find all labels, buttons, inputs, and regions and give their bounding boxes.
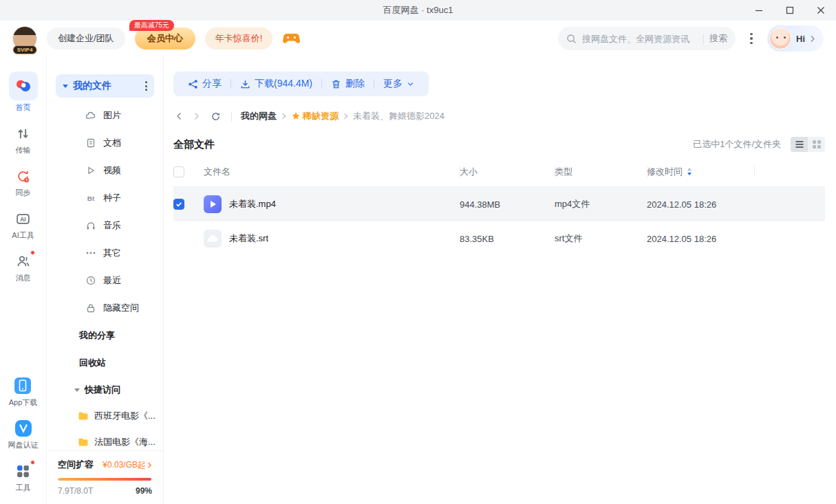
sidebar-item-recycle-bin[interactable]: 回收站: [47, 349, 163, 377]
file-time: 2024.12.05 18:26: [647, 199, 754, 210]
grid-view-button[interactable]: [808, 137, 825, 152]
column-header-size[interactable]: 大小: [460, 157, 555, 186]
torrent-icon: Bt: [85, 193, 96, 204]
sidebar-item-my-share[interactable]: 我的分享: [47, 322, 163, 349]
file-size: 83.35KB: [460, 234, 555, 244]
breadcrumb-root[interactable]: 我的网盘: [241, 110, 277, 122]
create-team-button[interactable]: 创建企业/团队: [47, 28, 125, 50]
download-icon: [240, 79, 250, 89]
file-type: srt文件: [555, 232, 647, 245]
breadcrumb-separator: [281, 113, 287, 120]
maximize-button[interactable]: [774, 0, 805, 21]
file-type: mp4文件: [555, 198, 647, 210]
sidebar-item-music[interactable]: 音乐: [47, 212, 163, 239]
rail-item-app-download[interactable]: App下载: [9, 376, 38, 408]
kebab-menu-icon[interactable]: [145, 81, 147, 91]
folder-icon: [78, 411, 89, 421]
storage-expand-button[interactable]: ¥0.03/GB起: [103, 459, 152, 471]
sidebar-item-hidden-space[interactable]: 隐藏空间: [47, 294, 163, 322]
sidebar-item-my-files[interactable]: 我的文件: [56, 74, 154, 98]
mini-avatar: [769, 28, 791, 50]
list-header: 全部文件 已选中1个文件/文件夹: [173, 135, 825, 154]
window-title: 百度网盘 · tx9uc1: [0, 4, 836, 17]
check-icon: [175, 201, 182, 208]
selection-info: 已选中1个文件/文件夹: [693, 138, 781, 151]
year-card-button[interactable]: 年卡惊喜价!: [205, 28, 273, 50]
subtitle-file-icon: [204, 230, 222, 248]
column-header-time[interactable]: 修改时间: [647, 157, 754, 186]
sidebar-section-quick-access[interactable]: 快捷访问: [47, 377, 163, 403]
column-header-name[interactable]: 文件名: [204, 157, 460, 186]
storage-progress-fill: [58, 478, 151, 481]
list-view-button[interactable]: [791, 137, 808, 152]
sidebar-item-images[interactable]: 图片: [47, 102, 163, 129]
rail-item-home[interactable]: 首页: [9, 72, 38, 113]
table-row[interactable]: 未着装.mp4 944.38MB mp4文件 2024.12.05 18:26: [173, 187, 825, 221]
file-size: 944.38MB: [460, 199, 555, 210]
vip-center-button[interactable]: 最高减75元 会员中心: [135, 28, 195, 50]
rail-item-tools[interactable]: 工具: [14, 461, 33, 493]
disk-verify-icon: [14, 419, 32, 437]
share-button[interactable]: 分享: [179, 72, 231, 96]
greeting-pill[interactable]: Hi: [767, 25, 824, 52]
file-name[interactable]: 未着装.srt: [229, 232, 268, 245]
app-window: 百度网盘 · tx9uc1 SVIP4 创建企业/团队 最高减75元 会员中心 …: [0, 0, 836, 504]
storage-progress: [58, 478, 152, 481]
back-button[interactable]: [173, 111, 184, 121]
storage-panel: 空间扩容 ¥0.03/GB起 7.9T/8.0T 99%: [47, 450, 163, 504]
video-file-icon: [204, 195, 222, 213]
search-input[interactable]: [582, 34, 698, 44]
row-checkbox-slot: [173, 221, 204, 256]
rail-item-transfer[interactable]: 传输: [14, 124, 33, 155]
game-center-icon[interactable]: [282, 33, 301, 45]
ai-tools-icon: AI: [16, 212, 30, 226]
file-name[interactable]: 未着装.mp4: [229, 198, 276, 210]
close-button[interactable]: [805, 0, 836, 21]
rail-item-sync[interactable]: 同步: [14, 166, 33, 198]
sidebar-item-recent[interactable]: 最近: [47, 267, 163, 294]
sidebar-item-videos[interactable]: 视频: [47, 157, 163, 184]
app-body: 首页 传输 同步 AI AI工具: [0, 56, 836, 504]
download-button[interactable]: 下载(944.4M): [231, 72, 321, 96]
rail-item-disk-verify[interactable]: 网盘认证: [8, 419, 39, 450]
sidebar-item-documents[interactable]: 文档: [47, 129, 163, 157]
main-content: 分享 下载(944.4M) 删除 更多: [164, 56, 836, 504]
refresh-icon: [211, 111, 221, 122]
document-icon: [85, 138, 96, 149]
minimize-button[interactable]: [743, 0, 774, 21]
tools-notification-dot: [30, 460, 35, 465]
all-files-title: 全部文件: [173, 138, 215, 151]
select-all-cell: [173, 157, 204, 186]
sidebar-item-torrents[interactable]: Bt 种子: [47, 184, 163, 212]
rail-item-messages[interactable]: 消息: [14, 252, 33, 283]
storage-expand-label: 空间扩容: [58, 459, 103, 471]
breadcrumb-starred-folder[interactable]: 稀缺资源: [291, 110, 339, 122]
quick-access-item[interactable]: 西班牙电影《...: [47, 403, 163, 429]
sidebar-item-other[interactable]: 其它: [47, 239, 163, 267]
titlebar: 百度网盘 · tx9uc1: [0, 0, 836, 21]
view-toggle: [791, 137, 825, 152]
user-avatar[interactable]: SVIP4: [12, 26, 37, 51]
table-row[interactable]: 未着装.srt 83.35KB srt文件 2024.12.05 18:26: [173, 221, 825, 256]
transfer-icon: [16, 127, 30, 141]
rail-item-ai-tools[interactable]: AI AI工具: [12, 209, 34, 241]
row-checkbox[interactable]: [173, 199, 184, 210]
list-view-icon: [795, 140, 804, 149]
column-header-empty: [754, 157, 825, 186]
refresh-button[interactable]: [209, 111, 222, 122]
delete-button[interactable]: 删除: [322, 72, 374, 96]
forward-button[interactable]: [191, 111, 202, 121]
folder-icon: [78, 437, 89, 447]
breadcrumb-current: 未着装、舞娘德影2024: [353, 110, 444, 122]
column-header-type[interactable]: 类型: [555, 157, 647, 186]
hidden-space-icon: [85, 303, 96, 314]
selection-toolbar: 分享 下载(944.4M) 删除 更多: [173, 72, 429, 96]
sort-toggle[interactable]: [687, 168, 692, 175]
search-button[interactable]: 搜索: [709, 32, 727, 45]
chevron-right-icon: [810, 35, 815, 43]
tools-icon: [16, 464, 30, 479]
more-menu-icon[interactable]: [745, 27, 758, 50]
select-all-checkbox[interactable]: [173, 166, 184, 177]
svg-text:Bt: Bt: [87, 195, 95, 202]
more-button[interactable]: 更多: [374, 72, 423, 96]
